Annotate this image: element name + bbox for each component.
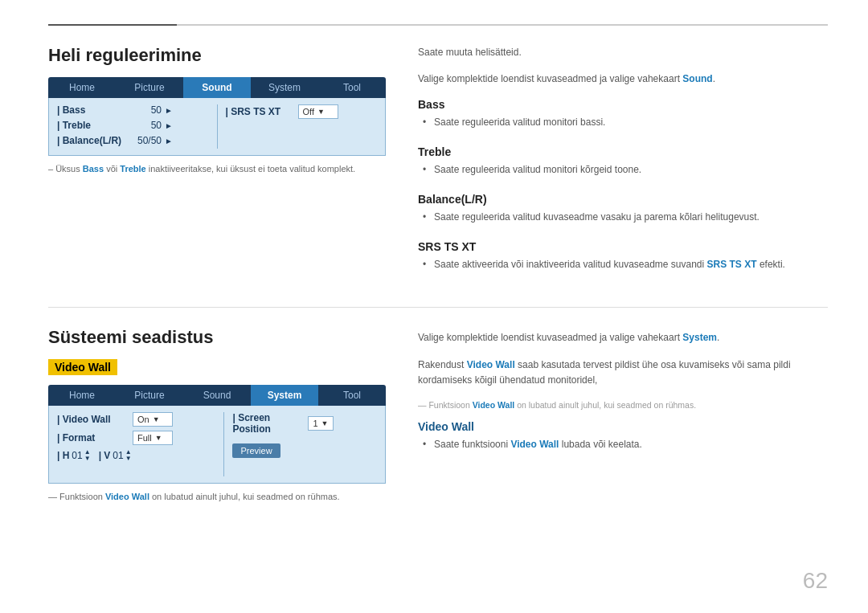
section1-title: Heli reguleerimine bbox=[48, 45, 386, 66]
section2-note: — Funktsioon Video Wall on lubatud ainul… bbox=[48, 490, 386, 504]
section-divider bbox=[48, 307, 828, 308]
menu-tool[interactable]: Tool bbox=[318, 77, 386, 98]
format-row: | Format Full ▼ bbox=[57, 431, 215, 445]
page-number: 62 bbox=[803, 568, 828, 594]
srs-label: | SRS TS XT bbox=[226, 106, 298, 117]
s2i1-link: System bbox=[682, 332, 717, 343]
note-bass-link: Bass bbox=[83, 164, 104, 174]
intro2-text: Valige komplektide loendist kuvaseadmed … bbox=[418, 73, 682, 84]
bass-arrow[interactable]: ► bbox=[165, 106, 173, 115]
note2-vw-link: Video Wall bbox=[105, 492, 149, 501]
screenpos-dropdown[interactable]: 1 ▼ bbox=[308, 416, 333, 431]
s2i2-link1: Video Wall bbox=[467, 359, 515, 370]
srs-section: SRS TS XT Saate aktiveerida või inaktive… bbox=[418, 240, 828, 272]
treble-arrow[interactable]: ► bbox=[165, 121, 173, 130]
menu2-sound[interactable]: Sound bbox=[183, 385, 251, 406]
srs-bullet: Saate aktiveerida või inaktiveerida vali… bbox=[434, 257, 828, 272]
format-label: | Format bbox=[57, 432, 129, 443]
srs-heading: SRS TS XT bbox=[418, 240, 828, 253]
note-suffix: inaktiiveeritakse, kui üksust ei toeta v… bbox=[146, 164, 355, 174]
s2i1-text: Valige komplektide loendist kuvaseadmed … bbox=[418, 332, 682, 343]
note-middle: või bbox=[104, 164, 120, 174]
screenpos-row: | Screen Position 1 ▼ bbox=[232, 412, 377, 435]
videowall-label: | Video Wall bbox=[57, 414, 129, 425]
v-down-icon[interactable]: ▼ bbox=[125, 456, 132, 462]
section1-panel: | Bass 50 ► | Treble 50 ► | Balance(L/R)… bbox=[48, 98, 386, 156]
menu-home[interactable]: Home bbox=[48, 77, 116, 98]
h-label: | H bbox=[57, 450, 69, 461]
v-spinner-arrows[interactable]: ▲ ▼ bbox=[125, 449, 132, 462]
vw-right-heading: Video Wall bbox=[418, 420, 828, 433]
section1-layout: Heli reguleerimine Home Picture Sound Sy… bbox=[48, 45, 828, 288]
balance-heading: Balance(L/R) bbox=[418, 193, 828, 206]
note-prefix: – Üksus bbox=[48, 164, 83, 174]
preview-row: Preview bbox=[232, 443, 377, 458]
vw-right-bullet: Saate funktsiooni Video Wall lubada või … bbox=[434, 437, 828, 452]
v-value: 01 bbox=[113, 450, 123, 461]
h-down-icon[interactable]: ▼ bbox=[84, 456, 91, 462]
srs-dd-arrow-icon: ▼ bbox=[317, 108, 325, 116]
menu2-home[interactable]: Home bbox=[48, 385, 116, 406]
bass-heading: Bass bbox=[418, 98, 828, 111]
bass-row: | Bass 50 ► bbox=[57, 104, 209, 116]
balance-label: | Balance(L/R) bbox=[57, 135, 129, 146]
screenpos-value: 1 bbox=[313, 419, 317, 428]
videowall-dropdown[interactable]: On ▼ bbox=[133, 412, 173, 427]
videowall-value: On bbox=[137, 415, 149, 424]
format-value: Full bbox=[137, 433, 152, 443]
intro2-period: . bbox=[713, 73, 715, 84]
balance-section: Balance(L/R) Saate reguleerida valitud k… bbox=[418, 193, 828, 224]
preview-button[interactable]: Preview bbox=[232, 443, 280, 458]
treble-bullet: Saate reguleerida valitud monitori kõrge… bbox=[434, 162, 828, 177]
top-rule bbox=[48, 24, 828, 26]
menu-sound[interactable]: Sound bbox=[183, 77, 251, 98]
section2-intro2: Rakendust Video Wall saab kasutada terve… bbox=[418, 358, 828, 388]
section2-title: Süsteemi seadistus bbox=[48, 327, 386, 348]
v-spinner[interactable]: 01 ▲ ▼ bbox=[113, 449, 131, 462]
videowall-row: | Video Wall On ▼ bbox=[57, 412, 215, 427]
format-dropdown[interactable]: Full ▼ bbox=[133, 431, 173, 445]
treble-label: | Treble bbox=[57, 120, 129, 131]
h-spinner[interactable]: 01 ▲ ▼ bbox=[72, 449, 90, 462]
balance-arrow[interactable]: ► bbox=[165, 137, 173, 145]
treble-row: | Treble 50 ► bbox=[57, 120, 209, 131]
s2nr-text: on lubatud ainult juhul, kui seadmed on … bbox=[514, 400, 696, 410]
srs-value: Off bbox=[303, 107, 314, 116]
section2-menu: Home Picture Sound System Tool bbox=[48, 385, 386, 406]
s2nr-link: Video Wall bbox=[473, 400, 515, 410]
panel-separator bbox=[217, 104, 218, 149]
vw-right-bullet-link: Video Wall bbox=[510, 439, 559, 450]
treble-section: Treble Saate reguleerida valitud monitor… bbox=[418, 145, 828, 177]
menu-system[interactable]: System bbox=[251, 77, 318, 98]
note2-dash: — Funktsioon bbox=[48, 492, 105, 501]
section2-note-right: — Funktsioon Video Wall on lubatud ainul… bbox=[418, 399, 828, 412]
bass-value: 50 bbox=[129, 104, 162, 116]
menu2-tool[interactable]: Tool bbox=[318, 385, 386, 406]
menu2-system[interactable]: System bbox=[251, 385, 318, 406]
panel2-right: | Screen Position 1 ▼ Preview bbox=[232, 412, 377, 476]
screenpos-dd-icon: ▼ bbox=[321, 419, 329, 427]
h-value: 01 bbox=[72, 450, 82, 461]
intro2-link: Sound bbox=[682, 73, 712, 84]
bass-label: | Bass bbox=[57, 104, 129, 116]
menu-picture[interactable]: Picture bbox=[116, 77, 183, 98]
s2i2-text1: Rakendust bbox=[418, 359, 467, 370]
bass-bullet: Saate reguleerida valitud monitori bassi… bbox=[434, 115, 828, 129]
bass-section: Bass Saate reguleerida valitud monitori … bbox=[418, 98, 828, 129]
note-treble-link: Treble bbox=[120, 164, 145, 174]
section1-right: Saate muuta helisätteid. Valige komplekt… bbox=[418, 45, 828, 288]
section2-left: Süsteemi seadistus Video Wall Home Pictu… bbox=[48, 327, 386, 504]
vw-right-section: Video Wall Saate funktsiooni Video Wall … bbox=[418, 420, 828, 452]
section1-note: – Üksus Bass või Treble inaktiiveeritaks… bbox=[48, 162, 386, 176]
srs-row: | SRS TS XT Off ▼ bbox=[226, 104, 378, 119]
section2-panel: | Video Wall On ▼ | Format Full ▼ bbox=[48, 406, 386, 484]
panel-right: | SRS TS XT Off ▼ bbox=[226, 104, 378, 149]
section2-intro1: Valige komplektide loendist kuvaseadmed … bbox=[418, 330, 828, 345]
hv-row: | H 01 ▲ ▼ | V 01 bbox=[57, 449, 215, 462]
srs-dropdown[interactable]: Off ▼ bbox=[298, 104, 338, 119]
h-spinner-arrows[interactable]: ▲ ▼ bbox=[84, 449, 91, 462]
format-dd-icon: ▼ bbox=[155, 434, 162, 442]
s2nr-dash: — Funktsioon bbox=[418, 400, 473, 410]
srs-bullet-link: SRS TS XT bbox=[707, 259, 757, 270]
menu2-picture[interactable]: Picture bbox=[116, 385, 183, 406]
